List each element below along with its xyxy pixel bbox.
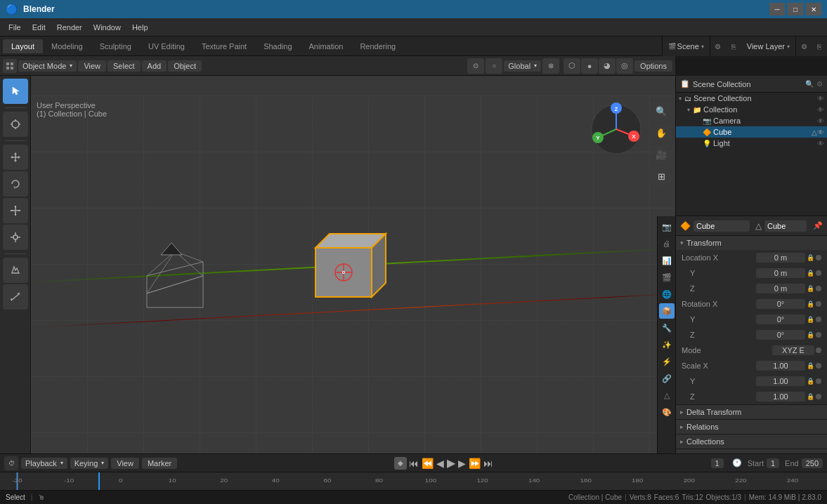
render-props-icon[interactable]: 📷: [659, 219, 675, 234]
end-frame[interactable]: 250: [802, 458, 823, 468]
add-keyframe-btn[interactable]: ◆: [394, 457, 407, 470]
close-button[interactable]: ✕: [806, 3, 821, 15]
cursor-tool[interactable]: [3, 112, 28, 137]
tab-modeling[interactable]: Modeling: [43, 39, 91, 53]
rotation-x-lock[interactable]: 🔒: [807, 300, 814, 307]
location-z-lock[interactable]: 🔒: [807, 285, 814, 292]
quad-view-btn[interactable]: ⊞: [651, 166, 671, 186]
viewport-type-icon[interactable]: [3, 59, 17, 73]
transform-section-header[interactable]: ▾ Transform: [676, 236, 827, 250]
jump-end-btn[interactable]: ⏭: [483, 457, 494, 470]
scale-x-lock[interactable]: 🔒: [807, 362, 814, 369]
object-name-input[interactable]: [693, 220, 750, 232]
physics-props-icon[interactable]: ⚡: [659, 354, 675, 369]
modifier-props-icon[interactable]: 🔧: [659, 320, 675, 336]
select-tool[interactable]: [3, 79, 28, 104]
outliner-light[interactable]: 💡 Light 👁: [676, 138, 827, 149]
data-name-input[interactable]: [764, 220, 807, 232]
collections-header[interactable]: ▸ Collections: [676, 435, 827, 449]
delta-transform-header[interactable]: ▸ Delta Transform: [676, 405, 827, 419]
minimize-button[interactable]: ─: [769, 3, 785, 15]
render-mode[interactable]: ◎: [616, 58, 633, 74]
select-menu[interactable]: Select: [108, 60, 141, 72]
camera-view-btn[interactable]: 🎥: [651, 145, 671, 164]
material-props-icon[interactable]: 🎨: [659, 404, 675, 420]
scene-props-icon[interactable]: 🎬: [659, 270, 675, 285]
outliner-scene-collection[interactable]: ▾ 🗂 Scene Collection 👁: [676, 93, 827, 104]
props-pin-icon[interactable]: 📌: [813, 221, 823, 230]
output-props-icon[interactable]: 🖨: [659, 236, 675, 251]
menu-edit[interactable]: Edit: [27, 22, 51, 33]
marker-btn[interactable]: Marker: [142, 458, 177, 469]
search-view-btn[interactable]: 🔍: [651, 101, 671, 121]
snap-icon[interactable]: ⊙: [467, 58, 484, 74]
mode-value[interactable]: XYZ E: [772, 345, 814, 355]
playhead[interactable]: [98, 472, 100, 491]
prev-keyframe-btn[interactable]: ◀: [436, 457, 445, 470]
navigation-axes[interactable]: Z X Y: [588, 101, 644, 157]
scale-tool[interactable]: [3, 198, 28, 223]
viewlayer-settings-icon[interactable]: ⚙: [796, 39, 812, 54]
transform-dropdown[interactable]: Global ▾: [504, 60, 541, 72]
scene-collection-eye[interactable]: 👁: [817, 95, 824, 102]
outliner-filter-icon[interactable]: ⚙: [816, 80, 823, 88]
menu-window[interactable]: Window: [88, 22, 126, 33]
move-tool[interactable]: [3, 145, 28, 170]
transform-orientation-icon[interactable]: ⊗: [542, 58, 559, 74]
scale-z-value[interactable]: 1.00: [756, 392, 805, 402]
pan-btn[interactable]: ✋: [651, 123, 671, 142]
collection-eye[interactable]: 👁: [817, 106, 824, 114]
add-menu[interactable]: Add: [142, 60, 167, 72]
tab-layout[interactable]: Layout: [3, 39, 43, 53]
location-z-value[interactable]: 0 m: [756, 284, 805, 293]
annotation-tool[interactable]: [3, 258, 28, 283]
solid-mode[interactable]: ●: [581, 58, 598, 74]
rotation-y-value[interactable]: 0°: [756, 314, 805, 324]
next-keyframe-btn[interactable]: ▶: [457, 457, 467, 470]
cube-object[interactable]: [308, 227, 393, 311]
options-btn[interactable]: Options: [634, 60, 672, 72]
tab-uv-editing[interactable]: UV Editing: [140, 39, 193, 53]
viewlayer-selector[interactable]: View Layer ▾: [741, 37, 796, 56]
viewlayer-copy-icon[interactable]: ⎘: [812, 39, 827, 54]
view-layer-props-icon[interactable]: 📊: [659, 253, 675, 268]
rotate-tool[interactable]: [3, 171, 28, 197]
rotation-z-lock[interactable]: 🔒: [807, 331, 814, 338]
measure-tool[interactable]: [3, 284, 28, 310]
start-frame[interactable]: 1: [767, 458, 779, 468]
next-frame-btn[interactable]: ⏩: [468, 457, 481, 470]
location-y-lock[interactable]: 🔒: [807, 270, 814, 277]
rotation-x-value[interactable]: 0°: [756, 299, 805, 309]
scale-x-value[interactable]: 1.00: [756, 361, 805, 371]
scene-settings-icon[interactable]: ⚙: [710, 39, 726, 54]
rotation-y-lock[interactable]: 🔒: [807, 316, 814, 323]
view-menu[interactable]: View: [78, 60, 106, 72]
world-props-icon[interactable]: 🌐: [659, 286, 675, 302]
proportional-edit-icon[interactable]: ○: [486, 58, 502, 74]
scale-y-lock[interactable]: 🔒: [807, 378, 814, 385]
scale-y-value[interactable]: 1.00: [756, 376, 805, 386]
scene-selector[interactable]: 🎬 Scene ▾: [663, 37, 710, 56]
viewport[interactable]: User Perspective (1) Collection | Cube Z…: [31, 76, 675, 453]
location-x-value[interactable]: 0 m: [756, 253, 805, 263]
tab-animation[interactable]: Animation: [301, 39, 352, 53]
menu-help[interactable]: Help: [126, 22, 154, 33]
menu-render[interactable]: Render: [51, 22, 88, 33]
timeline-view-btn[interactable]: View: [111, 458, 139, 469]
tab-sculpting[interactable]: Sculpting: [91, 39, 140, 53]
play-btn[interactable]: ▶: [446, 456, 456, 470]
material-mode[interactable]: ◕: [599, 58, 616, 74]
menu-file[interactable]: File: [3, 22, 27, 33]
object-mode-dropdown[interactable]: Object Mode ▾: [18, 60, 77, 72]
playback-dropdown[interactable]: Playback ▾: [21, 458, 67, 469]
outliner-camera[interactable]: 📷 Camera 👁: [676, 115, 827, 126]
constraints-props-icon[interactable]: 🔗: [659, 371, 675, 386]
cube-eye[interactable]: 👁: [817, 128, 824, 136]
jump-start-btn[interactable]: ⏮: [408, 457, 419, 470]
rotation-z-value[interactable]: 0°: [756, 330, 805, 340]
camera-eye[interactable]: 👁: [817, 117, 824, 125]
transform-tool[interactable]: [3, 225, 28, 250]
xray-toggle[interactable]: ⬡: [564, 58, 580, 74]
tab-texture-paint[interactable]: Texture Paint: [193, 39, 255, 53]
location-y-value[interactable]: 0 m: [756, 268, 805, 278]
